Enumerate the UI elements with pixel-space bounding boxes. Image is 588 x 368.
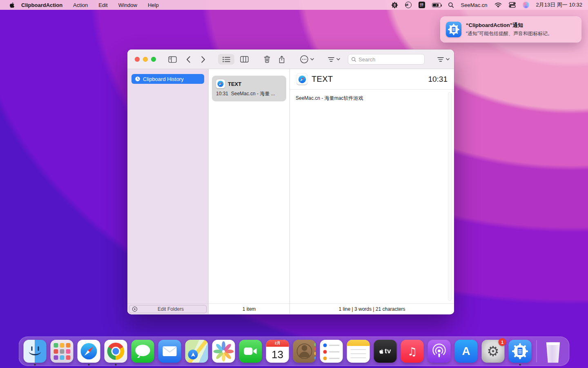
list-item-type: TEXT xyxy=(228,81,241,87)
dock-icon-safari[interactable] xyxy=(78,340,100,363)
window-toolbar xyxy=(127,49,454,69)
notification-banner[interactable]: “ClipboardAction”通知 “通知”可能包括提醒、声音和图标标记。 xyxy=(440,16,581,43)
tv-logo-text: tv xyxy=(385,347,391,355)
clipboardaction-app-icon xyxy=(446,22,461,37)
safari-icon xyxy=(296,74,307,85)
clipboard-list: TEXT 10:31 SeeMac.cn - 海量 ... xyxy=(209,69,290,303)
traffic-lights xyxy=(135,57,156,62)
more-actions-button[interactable] xyxy=(297,54,316,65)
minimize-button[interactable] xyxy=(143,57,148,62)
dock-icon-tv[interactable]: tv xyxy=(374,340,397,363)
dock-icon-messages[interactable] xyxy=(131,340,154,363)
detail-header: TEXT 10:31 xyxy=(290,69,454,90)
input-switch-icon[interactable]: ⇄ xyxy=(405,2,412,8)
back-button[interactable] xyxy=(184,54,193,65)
menu-edit[interactable]: Edit xyxy=(93,2,113,8)
control-center-icon[interactable] xyxy=(509,2,516,8)
clipboardaction-statusbar-icon[interactable] xyxy=(391,2,398,9)
dock-icon-podcasts[interactable] xyxy=(428,340,451,363)
sidebar-item-label: Clipboard History xyxy=(143,76,184,82)
notification-body: “通知”可能包括提醒、声音和图标标记。 xyxy=(466,30,552,37)
dock-icon-launchpad[interactable] xyxy=(51,340,74,363)
dock-icon-clipboardaction[interactable] xyxy=(509,340,532,363)
detail-pane: TEXT 10:31 SeeMac.cn - 海量mac软件游戏 xyxy=(290,69,454,303)
apple-menu-icon[interactable] xyxy=(6,2,18,8)
dock-icon-mail[interactable] xyxy=(158,340,181,363)
sidebar: Clipboard History xyxy=(127,69,209,303)
safari-icon xyxy=(216,79,225,88)
sidebar-item-clipboard-history[interactable]: Clipboard History xyxy=(131,74,204,84)
wifi-icon[interactable] xyxy=(494,2,502,8)
notification-title: “ClipboardAction”通知 xyxy=(466,22,552,29)
edit-folders-label: Edit Folders xyxy=(138,306,204,312)
dock-icon-contacts[interactable] xyxy=(293,340,316,363)
music-note-icon: ♫ xyxy=(407,345,417,358)
active-app-name[interactable]: ClipboardAction xyxy=(21,2,62,8)
zoom-button[interactable] xyxy=(151,57,156,62)
gear-icon: ⚙ xyxy=(487,344,499,358)
search-input[interactable] xyxy=(359,56,416,63)
desktop-wallpaper: ClipboardAction Action Edit Window Help … xyxy=(0,0,588,368)
content-stats-status: 1 line | 3 words | 21 characters xyxy=(290,303,454,314)
list-view-button[interactable] xyxy=(218,54,234,65)
dock-icon-chrome[interactable] xyxy=(105,340,127,363)
dock-icon-system-preferences[interactable]: ⚙ 1 xyxy=(482,340,505,363)
dock-icon-finder[interactable] xyxy=(24,340,47,363)
apple-logo-icon xyxy=(379,349,384,354)
edit-folders-button[interactable]: Edit Folders xyxy=(129,305,207,313)
dock-icon-facetime[interactable] xyxy=(239,340,262,363)
sort-detail-button[interactable] xyxy=(434,54,452,65)
window-status-bar: Edit Folders 1 item 1 line | 3 words | 2… xyxy=(127,303,454,314)
detail-timestamp: 10:31 xyxy=(428,75,448,84)
close-button[interactable] xyxy=(135,57,140,62)
dock-icon-maps[interactable] xyxy=(185,340,208,363)
spotlight-search-icon[interactable] xyxy=(448,2,454,8)
toggle-sidebar-button[interactable] xyxy=(167,54,178,65)
running-indicator xyxy=(34,364,36,366)
clipboardaction-window: Clipboard History TEXT 10:31 SeeMac.cn -… xyxy=(127,49,454,314)
charging-bolt-icon: ⚡ xyxy=(435,3,438,7)
menu-help[interactable]: Help xyxy=(143,2,164,8)
detail-scrollbar[interactable] xyxy=(448,92,452,301)
dock-divider xyxy=(537,340,537,362)
clock-icon xyxy=(135,76,140,82)
menu-action[interactable]: Action xyxy=(68,2,93,8)
clipboard-list-item[interactable]: TEXT 10:31 SeeMac.cn - 海量 ... xyxy=(212,76,286,101)
dock-icon-reminders[interactable] xyxy=(320,340,343,363)
list-count-status: 1 item xyxy=(209,303,290,314)
delete-item-button[interactable] xyxy=(261,54,273,65)
action-circle-icon xyxy=(132,306,138,312)
column-view-button[interactable] xyxy=(238,54,251,65)
calendar-day: 13 xyxy=(266,347,289,363)
search-field[interactable] xyxy=(348,54,425,65)
dock-icon-photos[interactable] xyxy=(212,340,235,363)
menu-window[interactable]: Window xyxy=(113,2,143,8)
running-indicator xyxy=(115,364,117,366)
list-item-preview: SeeMac.cn - 海量 ... xyxy=(231,91,275,96)
forward-button[interactable] xyxy=(198,54,207,65)
dock: 2月 13 tv xyxy=(19,337,570,366)
wifi-network-name[interactable]: SeeMac.cn xyxy=(461,2,488,8)
running-indicator xyxy=(519,364,521,366)
dock-icon-calendar[interactable]: 2月 13 xyxy=(266,340,289,363)
pinyin-input-icon[interactable]: 拼 xyxy=(419,2,425,8)
dock-icon-notes[interactable] xyxy=(347,340,370,363)
chevron-down-icon xyxy=(336,58,340,61)
search-icon xyxy=(351,57,356,62)
appstore-logo: A xyxy=(462,345,470,358)
chevron-down-icon xyxy=(310,58,314,61)
siri-icon[interactable] xyxy=(523,2,529,8)
chevron-down-icon xyxy=(446,58,450,61)
dock-icon-trash[interactable] xyxy=(542,340,565,363)
detail-type-label: TEXT xyxy=(312,74,333,84)
clipboard-content-text: SeeMac.cn - 海量mac软件游戏 xyxy=(290,90,454,107)
battery-icon[interactable]: ⚡ xyxy=(432,3,441,7)
notification-badge: 1 xyxy=(499,338,506,346)
dock-icon-music[interactable]: ♫ xyxy=(401,340,424,363)
share-button[interactable] xyxy=(276,54,287,65)
sort-list-button[interactable] xyxy=(325,54,342,65)
dock-icon-appstore[interactable]: A xyxy=(455,340,478,363)
calendar-month: 2月 xyxy=(266,340,289,347)
list-item-time: 10:31 xyxy=(216,91,228,96)
menu-bar-clock[interactable]: 2月13日 周一 10:32 xyxy=(536,1,582,9)
